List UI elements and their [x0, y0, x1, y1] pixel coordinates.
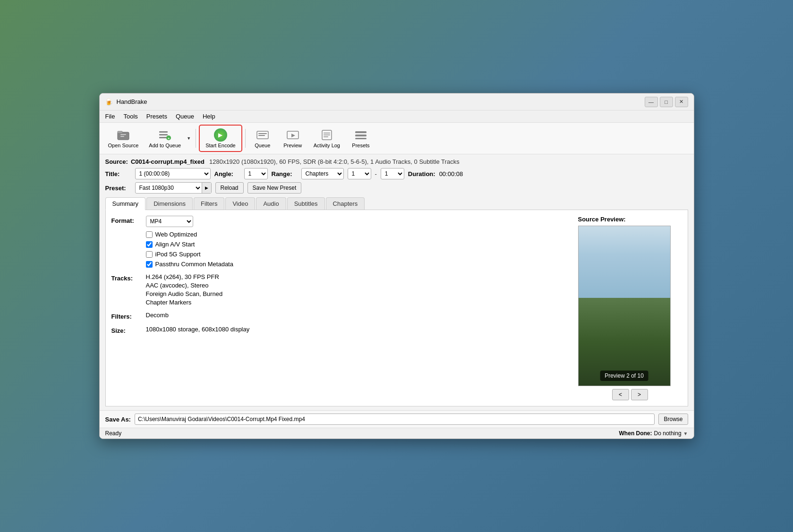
presets-button[interactable]: Presets	[347, 127, 375, 150]
svg-text:+: +	[168, 136, 170, 141]
track-foreign: Foreign Audio Scan, Burned	[146, 290, 223, 297]
open-source-button[interactable]: Open Source	[103, 127, 144, 150]
align-av-label: Align A/V Start	[155, 241, 195, 248]
start-encode-button[interactable]: ▶ Start Encode	[201, 127, 240, 150]
menu-tools[interactable]: Tools	[119, 111, 141, 121]
tracks-label: Tracks:	[111, 275, 142, 282]
reload-button[interactable]: Reload	[215, 182, 244, 194]
size-label: Size:	[111, 327, 142, 334]
open-source-label: Open Source	[108, 143, 139, 148]
save-path-input[interactable]	[135, 414, 655, 425]
source-preview: Source Preview: Preview 2 of 10 < >	[578, 216, 682, 400]
start-encode-label: Start Encode	[205, 143, 236, 148]
duration-value: 00:00:08	[439, 170, 463, 177]
tab-dimensions[interactable]: Dimensions	[146, 197, 193, 210]
web-optimized-row[interactable]: Web Optimized	[146, 231, 233, 238]
angle-select[interactable]: 1	[244, 168, 268, 179]
preview-label: Preview	[283, 143, 302, 148]
tab-summary[interactable]: Summary	[105, 197, 146, 210]
activity-log-label: Activity Log	[314, 143, 340, 148]
web-optimized-label: Web Optimized	[155, 231, 197, 238]
when-done-area: When Done: Do nothing ▼	[619, 430, 688, 437]
ipod-support-checkbox[interactable]	[146, 251, 153, 258]
format-group: Format: MP4MKVWebM	[111, 216, 569, 227]
activity-log-icon	[320, 128, 333, 142]
tab-subtitles[interactable]: Subtitles	[287, 197, 325, 210]
format-select[interactable]: MP4MKVWebM	[146, 216, 193, 227]
activity-log-button[interactable]: Activity Log	[309, 127, 345, 150]
format-label: Format:	[111, 217, 142, 224]
tracks-info: H.264 (x264), 30 FPS PFR AAC (avcodec), …	[146, 273, 223, 306]
preview-nav: < >	[578, 389, 682, 400]
preview-next-button[interactable]: >	[631, 389, 648, 400]
svg-rect-5	[159, 134, 168, 135]
save-new-preset-button[interactable]: Save New Preset	[247, 182, 302, 194]
tab-video[interactable]: Video	[225, 197, 255, 210]
range-separator: -	[375, 170, 377, 177]
align-av-checkbox[interactable]	[146, 241, 153, 248]
preview-button[interactable]: Preview	[279, 127, 307, 150]
tab-filters[interactable]: Filters	[194, 197, 224, 210]
queue-button[interactable]: Queue	[248, 127, 277, 150]
start-encode-wrapper: ▶ Start Encode	[199, 125, 242, 152]
passthru-metadata-checkbox[interactable]	[146, 261, 153, 268]
close-button[interactable]: ✕	[675, 97, 688, 107]
menu-help[interactable]: Help	[199, 111, 219, 121]
browse-button[interactable]: Browse	[658, 414, 688, 425]
save-as-label: Save As:	[105, 416, 131, 423]
tab-chapters[interactable]: Chapters	[326, 197, 365, 210]
preview-prev-button[interactable]: <	[612, 389, 629, 400]
web-optimized-checkbox[interactable]	[146, 231, 153, 238]
preset-label: Preset:	[105, 185, 131, 192]
window-controls: — □ ✕	[645, 97, 688, 107]
title-row: Title: 1 (00:00:08) Angle: 1 Range: Chap…	[105, 168, 688, 179]
source-filename: C0014-corrupt.mp4_fixed	[131, 158, 205, 165]
svg-rect-4	[159, 131, 168, 133]
app-icon: 🍺	[105, 98, 113, 106]
filters-group: Filters: Decomb	[111, 312, 569, 320]
menu-file[interactable]: File	[102, 111, 119, 121]
tabs: Summary Dimensions Filters Video Audio S…	[105, 197, 688, 210]
range-type-select[interactable]: Chapters	[301, 168, 344, 179]
track-video: H.264 (x264), 30 FPS PFR	[146, 273, 223, 280]
tab-content-summary: Format: MP4MKVWebM Web Optimized	[105, 210, 688, 406]
when-done-value[interactable]: Do nothing	[654, 430, 682, 437]
source-preview-label: Source Preview:	[578, 216, 682, 223]
when-done-label: When Done:	[619, 430, 652, 437]
title-select[interactable]: 1 (00:00:08)	[135, 168, 211, 179]
align-av-row[interactable]: Align A/V Start	[146, 241, 233, 248]
add-to-queue-label: Add to Queue	[149, 143, 181, 148]
menu-queue[interactable]: Queue	[172, 111, 198, 121]
when-done-arrow-icon: ▼	[683, 431, 688, 436]
tab-audio[interactable]: Audio	[256, 197, 286, 210]
preview-image-wrapper: Preview 2 of 10	[578, 226, 671, 386]
ipod-support-row[interactable]: iPod 5G Support	[146, 251, 233, 258]
preset-row: Preset: Fast 1080p30 ▶ Reload Save New P…	[105, 182, 688, 194]
status-bar: Ready When Done: Do nothing ▼	[100, 428, 694, 439]
add-to-queue-group: + Add to Queue ▼	[145, 127, 193, 150]
status-text: Ready	[105, 430, 619, 437]
menu-presets[interactable]: Presets	[143, 111, 171, 121]
add-to-queue-dropdown-button[interactable]: ▼	[185, 127, 193, 150]
svg-marker-13	[291, 134, 295, 137]
toolbar: Open Source + Add to Queue ▼ ▶ Start Enc…	[100, 123, 694, 154]
save-as-bar: Save As: Browse	[100, 410, 694, 428]
summary-left: Format: MP4MKVWebM Web Optimized	[111, 216, 569, 400]
add-to-queue-button[interactable]: + Add to Queue	[145, 127, 185, 150]
presets-label: Presets	[352, 143, 369, 148]
passthru-metadata-label: Passthru Common Metadata	[155, 261, 233, 268]
svg-rect-15	[324, 133, 330, 134]
ipod-support-label: iPod 5G Support	[155, 251, 201, 258]
maximize-button[interactable]: □	[660, 97, 673, 107]
content-area: Source: C0014-corrupt.mp4_fixed 1280x192…	[100, 154, 694, 410]
preset-arrow-button[interactable]: ▶	[202, 183, 211, 193]
size-group: Size: 1080x1080 storage, 608x1080 displa…	[111, 326, 569, 334]
passthru-metadata-row[interactable]: Passthru Common Metadata	[146, 261, 233, 268]
range-from-select[interactable]: 1	[348, 168, 371, 179]
preset-select[interactable]: Fast 1080p30	[136, 183, 202, 193]
app-title: HandBrake	[117, 98, 641, 105]
range-to-select[interactable]: 1	[381, 168, 404, 179]
minimize-button[interactable]: —	[645, 97, 658, 107]
svg-rect-11	[258, 135, 265, 136]
preview-sky	[579, 226, 670, 298]
